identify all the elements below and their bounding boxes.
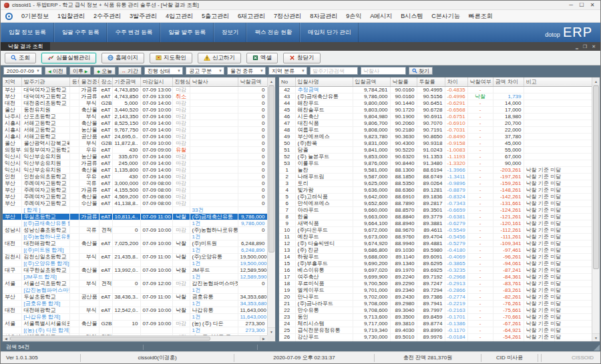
right-grid-vscrollbar[interactable]: ▲ ▼ [592, 77, 600, 341]
left-grid-header-cell[interactable]: 발주기관 [21, 77, 69, 86]
find-button[interactable]: 찾기 [409, 67, 433, 75]
right-grid-row[interactable]: 4빛가람9,636,00088.636089.1281-0.8879--148,… [279, 186, 592, 193]
left-grid-row[interactable]: 부산주례여자고등학교수산물eAT41,138,8..07-09 08:00마감0 [3, 200, 267, 206]
right-grid-row[interactable]: 19엘케이푸드9,701,00089.234089.7294-0.2866--8… [279, 287, 592, 293]
left-grid-row[interactable]: 서울서울선곡초등학교부식견적007-09 12:00마감갑진농협파머스마켓(no… [3, 280, 267, 287]
left-grid-row[interactable]: 시흥시서해고등학교농산물eAT9,767,75007-09 14:00마감0 [3, 126, 267, 133]
menu-item-bid[interactable]: 1입찰관리 [57, 12, 85, 21]
menu-item-outbound[interactable]: 5출고관리 [202, 12, 229, 21]
next-day-button[interactable]: 이후▶ [69, 67, 91, 75]
right-grid-row[interactable]: 14하랑푸드9,688,00089.114089.6091-0.4069--96… [279, 253, 592, 260]
left-grid-row[interactable]: 서울서울특별시서울의료원축산물G2B1007-09 10:00마감(농) (주)… [3, 320, 267, 327]
toolbar-shopping[interactable]: 장보기 [214, 23, 247, 42]
right-grid-row[interactable]: 10(주)다온푸드9,672,00088.967089.4611-0.5549-… [279, 226, 592, 233]
menu-item-stock[interactable]: 6재고관리 [238, 12, 265, 21]
left-grid-header-cell[interactable]: 마감일시 [140, 77, 172, 86]
right-grid-row[interactable]: 2나래푸드림9,587,00088.185088.6749-1.3411--19… [279, 173, 592, 180]
left-grid-row[interactable]: 대전대전해광학교축산물eAT7,025,20007-09 10:00낙찰(주)미… [3, 240, 267, 246]
right-grid-row[interactable]: 26강산푸드9,730,00089.501089.9976-0.0184--54… [279, 333, 592, 340]
menu-item-quick[interactable]: 빠른조회 [469, 12, 493, 21]
left-grid-sum-row[interactable]: [(주)오양유통 합계]1건19,500,000 [3, 260, 267, 266]
left-grid-row[interactable]: 부산두실초등학교공산품eAT38,436,3..07-09 11:00낙찰금호유… [3, 293, 267, 300]
right-grid-row[interactable]: 43(주)금재축산유통9,786,00090.016090.5156-0.499… [279, 93, 592, 100]
menu-item-fund[interactable]: 8자금관리 [310, 12, 337, 21]
right-grid-header-cell[interactable]: 입찰금액 [353, 77, 390, 86]
right-grid-row[interactable]: 18푸르미식품9,700,50089.229089.7247-0.2913--8… [279, 280, 592, 287]
menu-item-order[interactable]: 2수주관리 [93, 12, 121, 21]
right-grid-row[interactable]: 6만석에프에스9,652,60088.789089.2817-0.7343--1… [279, 200, 592, 206]
toolbar-batch-po[interactable]: 일괄 발주 등록 [160, 23, 214, 42]
simple-exec-manage-button[interactable]: 심플실행관리 [41, 53, 96, 63]
right-grid-header-cell[interactable]: 투찰률 [417, 77, 445, 86]
right-grid-row[interactable]: 1늘찬9,581,00088.130088.6194-1.3966--203,2… [279, 166, 592, 173]
minimize-button[interactable]: ─ [566, 2, 576, 8]
toolbar-batch-order[interactable]: 일괄 수주 등록 [54, 23, 108, 42]
close-window-button[interactable]: 창닫기 [283, 53, 321, 63]
mdi-minimize-icon[interactable]: ‗ [576, 44, 578, 49]
tab-bid-result[interactable]: 낙찰 결과 조회 [1, 42, 50, 51]
right-grid-row[interactable]: 48여름푸드9,808,00090.218090.7191-0.7031-22,… [279, 126, 592, 133]
left-grid-sum-row[interactable]: [ 합계 ]33건 [3, 206, 267, 213]
right-grid-vscroll-thumb[interactable] [593, 85, 599, 269]
left-grid-row[interactable]: 성남시성남신흥초등학교곡류견적007-09 10:00마감(주)농협하나로유통 … [3, 226, 267, 233]
right-grid-row[interactable]: 50(주)한욱9,831,00090.430090.9318-0.9158-45… [279, 140, 592, 146]
right-grid-row[interactable]: 12(주) 다솔씨앤디9,674,92088.994089.4881-0.527… [279, 240, 592, 246]
resize-grip[interactable] [594, 345, 600, 351]
right-grid-row[interactable]: 11예찬푸드9,673,00088.976089.4704-0.5456--11… [279, 233, 592, 240]
menu-item-message[interactable]: A메시지 [370, 12, 392, 21]
left-grid-row[interactable]: 익산시익산부송유치원가금류eAT245,00007-09 14:00마감0 [3, 160, 267, 166]
scroll-right-icon[interactable]: ▶ [260, 336, 267, 341]
left-grid-row[interactable]: 시흥시서해고등학교공산품eAT24,695,0..07-09 14:00마감0 [3, 133, 267, 140]
search-button[interactable]: 조회 [5, 53, 36, 63]
left-grid-row[interactable]: 부산대덕여자고등학교가금류eAT4,743,85007-09 13:00마감0 [3, 86, 267, 93]
left-grid-row[interactable]: 부산두실초등학교가금류eAT10,811,4..07-09 11:00낙찰(주)… [3, 213, 267, 220]
left-grid-row[interactable]: 울산동천유치원축산물eAT3,440,52007-09 10:00마감0 [3, 106, 267, 113]
right-grid-row[interactable]: 52(주) 늘본푸드9,853,00090.632091.1353-1.1193… [279, 153, 592, 160]
left-grid-header-cell[interactable]: 낙찰금액 [238, 77, 267, 86]
left-grid-row[interactable]: 대구대구한실초등학교축산물eAT13,992,0..07-09 10:00낙찰J… [3, 266, 267, 273]
menu-item-hq[interactable]: C본사기능 [431, 12, 460, 21]
right-grid-row[interactable]: 46시온축산9,804,98090.190090.6911-0.6751-18,… [279, 113, 592, 120]
right-grid-row[interactable]: 44해찬푸드9,800,00090.144090.6451-0.6291-14,… [279, 100, 592, 106]
right-grid-row[interactable]: 25급식전문유정유통9,719,34089.403089.8990-0.1170… [279, 327, 592, 333]
mdi-restore-icon[interactable]: ❐ [583, 44, 587, 49]
menu-item-profit[interactable]: 9손익 [346, 12, 361, 21]
left-grid-vscrollbar[interactable]: ▲ ▼ [267, 77, 275, 335]
right-grid-header-cell[interactable]: 차이 [445, 77, 467, 86]
left-grid-header-cell[interactable]: 진행상태 [172, 77, 190, 86]
right-grid-row[interactable]: 7아라푸드9,660,00088.857089.3501-0.6659--124… [279, 206, 592, 213]
menu-item-inbound[interactable]: 4입고관리 [166, 12, 193, 21]
date-range-button[interactable]: ↔기간 [118, 67, 142, 75]
menu-item-basic[interactable]: 0기본정보 [21, 12, 49, 21]
bidder-search-input[interactable] [361, 67, 406, 75]
scroll-up-icon[interactable]: ▲ [592, 77, 600, 85]
right-grid-row[interactable]: 17여주축산9,699,90089.224089.7192-0.2968--84… [279, 273, 592, 280]
region-select[interactable]: 지역 분류▼ [268, 67, 307, 75]
notice-type-select[interactable]: 공고 구분▼ [186, 67, 224, 75]
right-grid-row[interactable]: 3토리9,625,00088.535089.0264-0.9896--159,2… [279, 180, 592, 186]
right-grid-header-cell[interactable]: 비고 [524, 77, 592, 86]
toolbar-vendor-price[interactable]: 매입처 단가 관리 [300, 23, 359, 42]
right-grid-header-cell[interactable]: No [279, 77, 295, 86]
right-grid-row[interactable]: 53이룰푸드9,876,00090.844091.3480-1.3320-90,… [279, 160, 592, 166]
close-button[interactable]: ✕ [588, 2, 597, 8]
right-grid-row[interactable]: 47대진식품9,806,70090.206090.7070-0.6910-20,… [279, 120, 592, 126]
left-grid-hscrollbar[interactable]: ◀ ▶ [3, 335, 267, 341]
menu-item-settle[interactable]: 7정산관리 [274, 12, 301, 21]
left-grid-sum-row[interactable]: [JM푸드 합계]1건12,589,590 [3, 273, 267, 280]
left-grid-row[interactable]: 대전대전중리초등학교부식G2B5,00007-09 14:00마감0 [3, 100, 267, 106]
left-grid-row[interactable]: 나주시산포초등학교부식eAT2,143,35007-09 14:00마감0 [3, 113, 267, 120]
left-grid-row[interactable]: 부산주례여자고등학교곡류eAT3,000,00007-09 08:00마감0 [3, 180, 267, 186]
left-grid-row[interactable]: 대전대전해광학교부식eAT12,542,0..07-09 10:00낙찰나갑유통… [3, 307, 267, 313]
left-grid-header-cell[interactable]: 낙찰사 [190, 77, 238, 86]
left-grid-sum-row[interactable]: [갑진농협파머스마켓(..1건 [3, 287, 267, 293]
left-grid-sum-row[interactable]: [금호유통 합계]1건34,353,680 [3, 300, 267, 307]
org-search-input[interactable] [310, 67, 358, 75]
right-grid-row[interactable]: 45해찬솔푸드9,803,00090.172090.6728-0.6568-17… [279, 106, 592, 113]
left-grid-row[interactable]: 김천시김천신일초등학교부식eAT21,435,8..07-09 11:00낙찰(… [3, 253, 267, 260]
left-grid-row[interactable]: 부산주례여자고등학교가금류eAT4,155,50007-09 08:00마감0 [3, 186, 267, 193]
left-grid-row[interactable]: 시흥시서해고등학교축산물eAT8,525,15007-09 14:00마감0 [3, 120, 267, 126]
right-grid-row[interactable]: 5(주)고려식품9,642,00088.691089.1836-0.8324--… [279, 193, 592, 200]
toolbar-order-change[interactable]: 수주 변경 등록 [107, 23, 160, 42]
left-grid-sum-row[interactable]: [(주)금재축산유통 합계]1건9,786,000 [3, 220, 267, 226]
